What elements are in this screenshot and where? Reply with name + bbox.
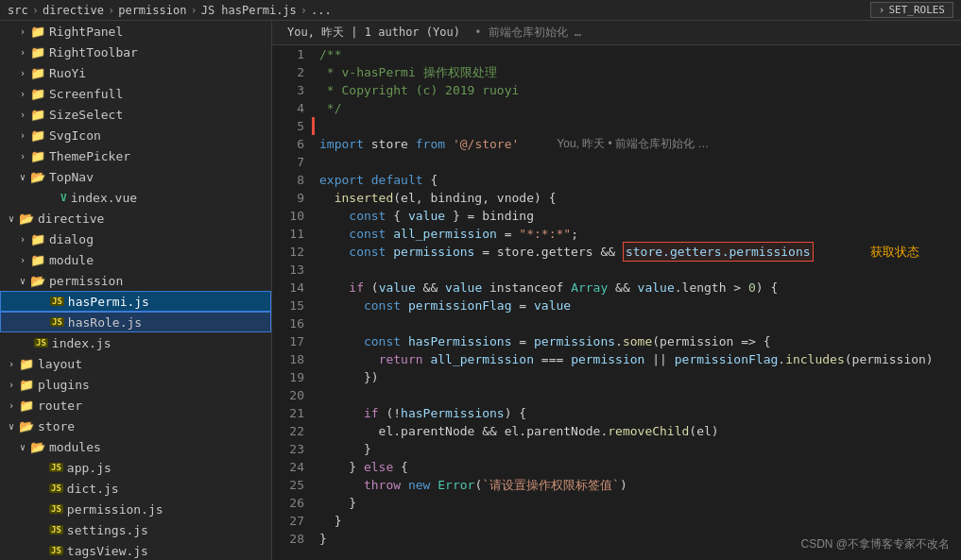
folder-icon: 📁 bbox=[19, 399, 34, 413]
sidebar-item-permission-js[interactable]: JS permission.js bbox=[0, 499, 271, 519]
folder-open-icon: 📂 bbox=[30, 274, 45, 288]
js-file-icon: JS bbox=[49, 546, 63, 555]
folder-icon: 📁 bbox=[30, 232, 45, 246]
folder-icon: 📁 bbox=[30, 45, 45, 59]
js-file-icon: JS bbox=[50, 297, 64, 306]
annotation: 获取状态 bbox=[870, 243, 919, 261]
top-bar: src › directive › permission › JS hasPer… bbox=[0, 0, 961, 21]
sidebar-item-modules[interactable]: ∨ 📂 modules bbox=[0, 436, 271, 457]
folder-icon: 📁 bbox=[19, 378, 34, 392]
set-roles-badge[interactable]: › SET_ROLES bbox=[870, 2, 953, 18]
sidebar-item-plugins[interactable]: › 📁 plugins bbox=[0, 374, 271, 395]
sidebar-item-module[interactable]: › 📁 module bbox=[0, 249, 271, 270]
sidebar-item-directive[interactable]: ∨ 📂 directive bbox=[0, 208, 271, 229]
git-info: You, 昨天 | 1 author (You) • 前端仓库初始化 … bbox=[272, 21, 961, 45]
folder-icon: 📁 bbox=[30, 108, 45, 122]
folder-icon: 📁 bbox=[30, 253, 45, 267]
vue-icon: V bbox=[60, 192, 67, 204]
folder-icon: 📁 bbox=[19, 357, 34, 371]
sidebar-item-permission[interactable]: ∨ 📂 permission bbox=[0, 270, 271, 291]
folder-icon: 📁 bbox=[30, 25, 45, 39]
js-file-icon: JS bbox=[50, 317, 64, 327]
js-file-icon: JS bbox=[49, 484, 63, 493]
sidebar-item-topnav[interactable]: ∨ 📂 TopNav bbox=[0, 166, 271, 187]
sidebar-item-topnav-index[interactable]: V index.vue bbox=[0, 187, 271, 208]
line-numbers: 1 2 3 4 5 6 7 8 9 10 11 12 13 14 15 16 1 bbox=[272, 45, 312, 548]
sidebar-item-router[interactable]: › 📁 router bbox=[0, 395, 271, 416]
sidebar-item-haspermi[interactable]: JS hasPermi.js bbox=[0, 291, 271, 312]
sidebar-item-settings-js[interactable]: JS settings.js bbox=[0, 519, 271, 540]
sidebar-item-hasrole[interactable]: JS hasRole.js bbox=[0, 312, 271, 332]
sidebar-item-righttoolbar[interactable]: › 📁 RightToolbar bbox=[0, 42, 271, 62]
folder-icon: 📁 bbox=[30, 87, 45, 101]
sidebar-item-rightpanel[interactable]: › 📁 RightPanel bbox=[0, 21, 271, 42]
js-file-icon: JS bbox=[34, 338, 48, 348]
watermark: CSDN @不拿博客专家不改名 bbox=[800, 536, 950, 552]
js-file-icon: JS bbox=[49, 525, 63, 535]
sidebar-item-index-js[interactable]: JS index.js bbox=[0, 332, 271, 353]
breadcrumb: src › directive › permission › JS hasPer… bbox=[8, 4, 332, 17]
folder-open-icon: 📂 bbox=[30, 440, 45, 454]
folder-icon: 📁 bbox=[30, 128, 45, 143]
js-file-icon: JS bbox=[49, 463, 63, 472]
sidebar-item-screenfull[interactable]: › 📁 Screenfull bbox=[0, 83, 271, 104]
sidebar-item-app-js[interactable]: JS app.js bbox=[0, 457, 271, 478]
code-content: /** * v-hasPermi 操作权限处理 * Copyright (c) … bbox=[312, 45, 961, 548]
sidebar-item-svgicon[interactable]: › 📁 SvgIcon bbox=[0, 125, 271, 145]
sidebar: › 📁 RightPanel › 📁 RightToolbar › 📁 RuoY… bbox=[0, 21, 272, 560]
sidebar-item-layout[interactable]: › 📁 layout bbox=[0, 353, 271, 374]
js-file-icon: JS bbox=[49, 504, 63, 514]
sidebar-item-tagsview-js[interactable]: JS tagsView.js bbox=[0, 540, 271, 560]
sidebar-item-themepicker[interactable]: › 📁 ThemePicker bbox=[0, 145, 271, 166]
folder-icon: 📁 bbox=[30, 149, 45, 163]
sidebar-item-ruoyi[interactable]: › 📁 RuoYi bbox=[0, 62, 271, 83]
folder-icon: 📁 bbox=[30, 66, 45, 80]
folder-open-icon: 📂 bbox=[19, 419, 34, 433]
editor: You, 昨天 | 1 author (You) • 前端仓库初始化 … 1 2… bbox=[272, 21, 961, 548]
folder-open-icon: 📂 bbox=[30, 170, 45, 184]
sidebar-item-sizeselect[interactable]: › 📁 SizeSelect bbox=[0, 104, 271, 125]
sidebar-item-dict-js[interactable]: JS dict.js bbox=[0, 478, 271, 499]
sidebar-item-store[interactable]: ∨ 📂 store bbox=[0, 416, 271, 436]
folder-open-icon: 📂 bbox=[19, 212, 34, 226]
sidebar-item-dialog[interactable]: › 📁 dialog bbox=[0, 229, 271, 249]
